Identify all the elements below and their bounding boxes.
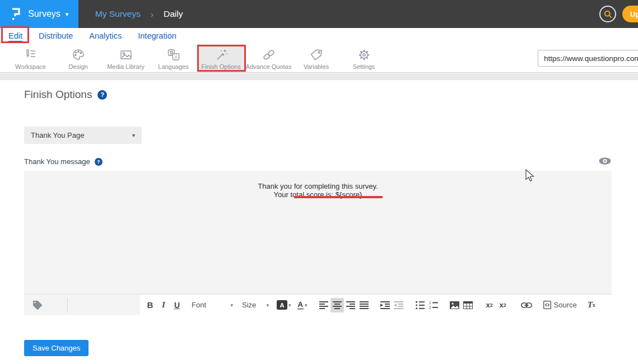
insert-table-button[interactable] bbox=[462, 298, 475, 312]
ribbon-item-media-library[interactable]: Media Library bbox=[102, 44, 150, 72]
top-bar: Surveys ▾ My Surveys › Daily Up bbox=[0, 0, 638, 28]
justify-icon bbox=[360, 301, 369, 309]
chevron-down-icon: ▾ bbox=[230, 302, 233, 308]
svg-text:A: A bbox=[174, 54, 178, 60]
ribbon-item-variables[interactable]: Variables bbox=[292, 44, 340, 72]
align-center-button[interactable] bbox=[330, 298, 344, 312]
source-button[interactable]: Source bbox=[543, 298, 577, 312]
workspace-icon bbox=[24, 48, 38, 62]
breadcrumb-my-surveys[interactable]: My Surveys bbox=[95, 9, 141, 19]
subscript-button[interactable]: x2 bbox=[483, 298, 496, 312]
thank-you-message-label: Thank You message bbox=[24, 157, 90, 166]
product-menu[interactable]: Surveys ▾ bbox=[0, 0, 78, 28]
ribbon-item-settings[interactable]: Settings bbox=[340, 44, 388, 72]
advance-quotas-icon bbox=[262, 48, 276, 62]
bulleted-list-button[interactable] bbox=[413, 298, 427, 312]
tab-integration[interactable]: Integration bbox=[138, 31, 176, 40]
align-left-button[interactable] bbox=[317, 298, 330, 312]
image-icon bbox=[450, 301, 459, 309]
survey-url-input[interactable] bbox=[538, 50, 638, 67]
search-button[interactable] bbox=[599, 6, 616, 22]
upgrade-button[interactable]: Up bbox=[622, 6, 638, 22]
help-icon[interactable]: ? bbox=[95, 158, 103, 166]
background-color-icon: A bbox=[277, 300, 287, 310]
page-title: Finish Options bbox=[24, 88, 92, 101]
superscript-button[interactable]: x2 bbox=[496, 298, 510, 312]
questionpro-logo-icon bbox=[10, 6, 22, 22]
background-color-button[interactable]: A ▾ bbox=[277, 298, 291, 312]
bold-button[interactable]: B bbox=[143, 298, 157, 312]
save-changes-button[interactable]: Save Changes bbox=[24, 340, 89, 356]
align-center-icon bbox=[333, 301, 342, 309]
languages-icon: A bbox=[166, 48, 181, 62]
eye-icon bbox=[598, 157, 612, 165]
numbered-list-button[interactable]: 1 2 bbox=[427, 298, 440, 312]
insert-variable-button[interactable] bbox=[31, 299, 44, 311]
survey-tab-bar: Edit Distribute Analytics Integration bbox=[0, 28, 638, 44]
finish-type-dropdown[interactable]: Thank You Page ▾ bbox=[24, 127, 142, 144]
italic-button[interactable]: I bbox=[157, 298, 170, 312]
justify-button[interactable] bbox=[357, 298, 371, 312]
chevron-down-icon: ▾ bbox=[288, 302, 291, 308]
bulleted-list-icon bbox=[416, 301, 425, 309]
ribbon-item-finish-options[interactable]: Finish Options bbox=[197, 44, 245, 72]
editor-toolbar-left bbox=[24, 294, 140, 315]
app-window: Surveys ▾ My Surveys › Daily Up Edit Dis… bbox=[0, 0, 638, 364]
editor-text-line: Your total score is: ${score} bbox=[24, 190, 612, 199]
insert-image-button[interactable] bbox=[448, 298, 462, 312]
table-icon bbox=[463, 301, 473, 309]
source-icon bbox=[543, 301, 551, 309]
chevron-down-icon: ▾ bbox=[305, 302, 308, 308]
edit-ribbon: Workspace Design bbox=[0, 44, 638, 73]
chevron-down-icon: ▾ bbox=[132, 132, 135, 138]
align-left-icon bbox=[319, 301, 328, 309]
font-dropdown[interactable]: Font ▾ bbox=[192, 301, 233, 309]
insert-link-button[interactable] bbox=[520, 298, 533, 312]
increase-indent-icon bbox=[380, 301, 390, 309]
finish-options-icon bbox=[214, 48, 229, 62]
media-library-icon bbox=[119, 48, 133, 62]
ribbon-item-languages[interactable]: A Languages bbox=[150, 44, 197, 72]
search-icon bbox=[604, 10, 612, 18]
svg-text:1: 1 bbox=[429, 301, 431, 305]
toolbar-divider bbox=[67, 298, 68, 312]
align-right-icon bbox=[346, 301, 355, 309]
tab-analytics[interactable]: Analytics bbox=[89, 31, 122, 40]
settings-icon bbox=[357, 48, 371, 62]
topbar-actions: Up bbox=[599, 0, 638, 28]
finish-type-value: Thank You Page bbox=[31, 131, 84, 139]
underline-button[interactable]: U bbox=[170, 298, 184, 312]
thank-you-message-editor: Thank you for completing this survey. Yo… bbox=[24, 171, 612, 315]
product-menu-label: Surveys bbox=[28, 9, 60, 19]
design-icon bbox=[71, 48, 86, 62]
chevron-down-icon: ▾ bbox=[266, 302, 269, 308]
editor-text-line: Thank you for completing this survey. bbox=[24, 182, 612, 190]
breadcrumb-current-survey: Daily bbox=[164, 9, 183, 19]
align-right-button[interactable] bbox=[344, 298, 357, 312]
svg-text:2: 2 bbox=[429, 305, 431, 309]
text-color-icon: A bbox=[297, 301, 304, 310]
size-dropdown[interactable]: Size ▾ bbox=[242, 301, 269, 309]
editor-toolbar: B I U Font ▾ Size ▾ A ▾ A ▾ bbox=[24, 294, 612, 315]
editor-content-area[interactable]: Thank you for completing this survey. Yo… bbox=[24, 171, 612, 294]
help-icon[interactable]: ? bbox=[97, 90, 107, 100]
link-icon bbox=[521, 302, 532, 308]
chevron-down-icon: ▾ bbox=[66, 11, 69, 18]
ribbon-item-design[interactable]: Design bbox=[54, 44, 102, 72]
tab-distribute[interactable]: Distribute bbox=[39, 31, 73, 40]
breadcrumb: My Surveys › Daily bbox=[78, 0, 599, 28]
ribbon-item-workspace[interactable]: Workspace bbox=[7, 44, 54, 72]
tag-icon bbox=[31, 299, 44, 311]
text-color-button[interactable]: A ▾ bbox=[296, 298, 309, 312]
breadcrumb-separator: › bbox=[151, 10, 153, 19]
increase-indent-button[interactable] bbox=[379, 298, 392, 312]
decrease-indent-icon bbox=[394, 301, 403, 309]
preview-button[interactable] bbox=[598, 157, 612, 167]
section-divider bbox=[0, 73, 638, 80]
numbered-list-icon: 1 2 bbox=[429, 301, 438, 309]
tab-edit[interactable]: Edit bbox=[8, 31, 22, 40]
ribbon-item-advance-quotas[interactable]: Advance Quotas bbox=[245, 44, 292, 72]
remove-format-button[interactable]: Tx bbox=[585, 298, 598, 312]
editor-toolbar-main: B I U Font ▾ Size ▾ A ▾ A ▾ bbox=[140, 294, 612, 315]
decrease-indent-button[interactable] bbox=[392, 298, 406, 312]
